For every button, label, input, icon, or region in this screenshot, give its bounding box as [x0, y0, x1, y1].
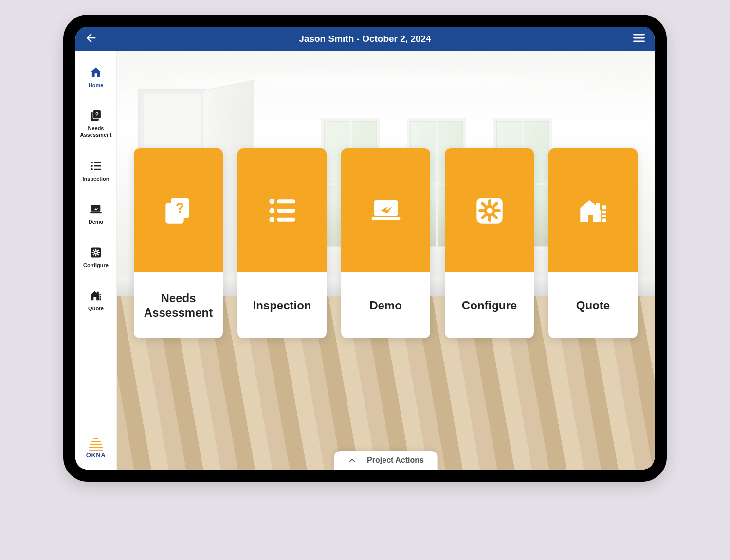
house-plan-icon — [89, 289, 103, 303]
svg-line-17 — [93, 250, 94, 251]
tablet-frame: Jason Smith - October 2, 2024 Home — [63, 15, 667, 482]
house-plan-icon — [578, 195, 609, 226]
home-icon — [89, 66, 103, 79]
app-body: Home ? Needs Assessment — [75, 51, 655, 470]
svg-point-32 — [269, 217, 274, 222]
svg-rect-4 — [94, 162, 101, 163]
sidebar-item-label: Inspection — [82, 176, 109, 182]
svg-line-18 — [97, 254, 98, 255]
svg-rect-10 — [90, 212, 101, 213]
sidebar-item-inspection[interactable]: Inspection — [82, 159, 109, 182]
sidebar-item-demo[interactable]: Demo — [89, 202, 104, 225]
svg-line-19 — [97, 250, 98, 251]
sidebar-item-configure[interactable]: Configure — [83, 246, 109, 269]
svg-rect-29 — [277, 199, 295, 203]
svg-rect-23 — [100, 297, 101, 297]
svg-line-42 — [482, 203, 485, 206]
svg-point-7 — [91, 168, 93, 170]
card-label: Configure — [462, 298, 517, 313]
card-needs-assessment[interactable]: ? Needs Assessment — [134, 148, 223, 338]
sidebar-item-quote[interactable]: Quote — [88, 289, 104, 312]
project-actions-button[interactable]: Project Actions — [334, 451, 438, 470]
question-stack-icon: ? — [163, 195, 194, 226]
list-icon — [89, 159, 103, 173]
sidebar-item-needs-assessment[interactable]: ? Needs Assessment — [80, 109, 112, 138]
brand-logo: OKNA — [86, 438, 106, 459]
sidebar-item-home[interactable]: Home — [89, 66, 104, 89]
sidebar-item-label: Home — [89, 82, 104, 89]
card-configure[interactable]: Configure — [445, 148, 534, 338]
sidebar-item-label: Quote — [88, 306, 104, 312]
gear-box-icon — [89, 246, 103, 259]
card-label: Quote — [576, 298, 610, 313]
svg-text:?: ? — [175, 199, 184, 216]
card-inspection[interactable]: Inspection — [237, 148, 327, 338]
sidebar-item-label: Demo — [89, 219, 104, 225]
svg-rect-22 — [100, 295, 101, 296]
sidebar-item-label: Needs Assessment — [80, 126, 112, 138]
svg-point-28 — [269, 199, 274, 204]
laptop-share-icon — [370, 195, 402, 226]
menu-button[interactable] — [632, 31, 646, 47]
screen: Jason Smith - October 2, 2024 Home — [75, 27, 655, 470]
svg-rect-48 — [602, 213, 606, 215]
sidebar-item-label: Configure — [83, 262, 109, 269]
hamburger-icon — [632, 31, 646, 45]
gear-box-icon — [474, 195, 505, 226]
question-stack-icon: ? — [89, 109, 103, 123]
svg-rect-35 — [371, 217, 400, 220]
sun-icon — [89, 438, 103, 451]
card-label: Demo — [369, 298, 402, 313]
chevron-up-icon — [347, 456, 356, 465]
svg-point-30 — [269, 208, 274, 213]
header-title: Jason Smith - October 2, 2024 — [75, 34, 655, 44]
svg-rect-33 — [277, 217, 295, 221]
project-actions-label: Project Actions — [367, 456, 424, 465]
svg-line-44 — [494, 203, 497, 206]
svg-rect-31 — [277, 209, 295, 213]
arrow-left-icon — [84, 31, 98, 45]
list-icon — [267, 195, 298, 226]
svg-point-5 — [91, 164, 93, 166]
svg-line-20 — [93, 254, 94, 255]
svg-point-3 — [91, 161, 93, 163]
svg-line-43 — [494, 215, 497, 218]
svg-text:?: ? — [95, 111, 99, 117]
card-quote[interactable]: Quote — [548, 148, 638, 338]
brand-text: OKNA — [86, 452, 106, 459]
svg-rect-24 — [100, 299, 101, 299]
svg-rect-47 — [602, 209, 606, 211]
back-button[interactable] — [84, 31, 98, 47]
svg-line-45 — [482, 215, 485, 218]
card-label: Needs Assessment — [144, 291, 213, 320]
svg-rect-8 — [94, 168, 101, 170]
svg-rect-49 — [602, 217, 606, 218]
app-header: Jason Smith - October 2, 2024 — [75, 27, 655, 51]
card-row: ? Needs Assessment — [134, 148, 638, 338]
sidebar: Home ? Needs Assessment — [75, 51, 117, 470]
card-label: Inspection — [253, 298, 311, 313]
laptop-share-icon — [89, 202, 103, 216]
card-demo[interactable]: Demo — [341, 148, 430, 338]
svg-rect-6 — [94, 165, 101, 166]
main-content: ? Needs Assessment — [117, 51, 655, 470]
